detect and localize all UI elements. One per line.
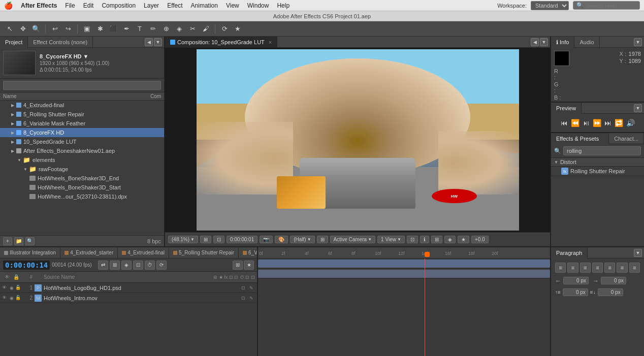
menu-edit[interactable]: Edit	[83, 2, 94, 9]
tl-btn-4[interactable]: ⊡	[133, 261, 143, 270]
menu-composition[interactable]: Composition	[102, 2, 136, 9]
tab-audio[interactable]: Audio	[574, 37, 599, 48]
search-btn[interactable]: 🔍	[25, 237, 35, 245]
layer-2-eye[interactable]: 👁	[2, 295, 8, 301]
color-picker-btn[interactable]: 🎨	[275, 236, 288, 243]
tab-paragraph[interactable]: Paragraph	[551, 247, 588, 258]
tool-orbit[interactable]: ⟳	[219, 23, 230, 35]
tool-scissors[interactable]: ✂	[187, 23, 198, 35]
tool-redo[interactable]: ↪	[62, 23, 74, 35]
apple-menu[interactable]: 🍎	[4, 2, 13, 10]
tool-eraser[interactable]: ◈	[174, 23, 185, 35]
layer-2-transform-btn[interactable]: ⊡	[240, 295, 247, 302]
tab-effects-presets[interactable]: Effects & Presets ×	[551, 133, 609, 144]
tl-right-btn-2[interactable]: ★	[244, 261, 254, 270]
project-search-input[interactable]	[3, 81, 161, 90]
menu-file[interactable]: File	[65, 2, 75, 9]
preview-prev-btn[interactable]: ⏪	[571, 119, 579, 127]
active-camera-btn[interactable]: Active Camera ▼	[330, 236, 376, 243]
effects-category-distort[interactable]: ▼ Distort	[551, 158, 644, 167]
tool-pen[interactable]: ✒	[121, 23, 132, 35]
time-display[interactable]: 0:00:00:14	[3, 261, 50, 270]
menu-help[interactable]: Help	[277, 2, 289, 9]
align-left-btn[interactable]: ≡	[555, 263, 566, 273]
tool-undo[interactable]: ↩	[49, 23, 60, 35]
tl-right-btn-1[interactable]: ⊞	[233, 261, 243, 270]
tab-illustrator[interactable]: Illustrator Integration	[0, 247, 60, 258]
tab-character[interactable]: Charact...	[609, 133, 644, 144]
list-item[interactable]: ▶ 5_Rolling Shutter Repair	[0, 110, 164, 119]
tl-btn-1[interactable]: ⇄	[98, 261, 108, 270]
menu-effect[interactable]: Effect	[167, 2, 182, 9]
justify-last-btn[interactable]: ≡	[617, 263, 627, 273]
transparency-btn[interactable]: ◈	[444, 236, 456, 243]
list-item-selected[interactable]: ▶ 8_CycoreFX HD	[0, 128, 164, 137]
preview-play-btn[interactable]: ⏯	[583, 119, 590, 127]
indent-before-field[interactable]	[563, 277, 589, 284]
comp-settings-btn[interactable]: ⊡	[407, 236, 418, 243]
tool-text[interactable]: T	[134, 23, 145, 35]
comp-collapse-btn[interactable]: ◀	[531, 38, 539, 46]
list-item[interactable]: ▶ 4_Extruded-final	[0, 101, 164, 110]
view-btn[interactable]: 1 View ▼	[377, 236, 405, 243]
comp-info-btn[interactable]: ℹ	[420, 236, 429, 243]
preview-audio-btn[interactable]: 🔊	[626, 119, 635, 127]
list-item[interactable]: HotWheels_BoneShaker3D_End	[0, 174, 164, 183]
tool-rect[interactable]: ▣	[81, 23, 92, 35]
tool-square[interactable]: ⬛	[108, 23, 119, 35]
tool-zoom[interactable]: 🔍	[30, 23, 42, 35]
tl-btn-3[interactable]: ◈	[121, 261, 132, 270]
layer-2-solo[interactable]: ◉	[10, 296, 14, 301]
info-menu-btn[interactable]: ▼	[634, 38, 642, 46]
tab-extruded-starter[interactable]: 4_Extruded_starter	[60, 247, 118, 258]
resolution-btn[interactable]: ⊞	[200, 236, 211, 243]
layer-2-anchor-btn[interactable]: ✎	[248, 295, 255, 302]
para-menu-btn[interactable]: ▼	[634, 249, 642, 257]
list-item[interactable]: ▼ 📁 elements	[0, 155, 164, 165]
menu-layer[interactable]: Layer	[144, 2, 159, 9]
snapshot-btn[interactable]: ⊡	[213, 236, 224, 243]
list-item[interactable]: ▶ 6_Variable Mask Feather	[0, 119, 164, 128]
menu-view[interactable]: View	[226, 2, 239, 9]
time-display[interactable]: 0:00:00:01	[227, 236, 257, 243]
import-btn[interactable]: +	[3, 237, 12, 245]
layer-row-1[interactable]: 👁 ◉ 🔓 1 P HotWheels_LogoBug_HD1.psd ⊡ ✎	[0, 283, 257, 293]
menu-animation[interactable]: Animation	[191, 2, 218, 9]
workspace-select[interactable]: Standard	[531, 1, 569, 10]
layer-1-transform-btn[interactable]: ⊡	[240, 284, 247, 292]
list-item[interactable]: ▶ 10_SpeedGrade LUT	[0, 137, 164, 146]
tab-extruded-final[interactable]: 4_Extruded-final	[118, 247, 169, 258]
align-center-btn[interactable]: ≡	[567, 263, 578, 273]
layer-1-lock[interactable]: 🔓	[15, 285, 21, 291]
list-item[interactable]: ▶ After Effects_BoneshakerNew01.aep	[0, 146, 164, 155]
tool-paint[interactable]: 🖌	[200, 23, 211, 35]
comp-menu-btn[interactable]: ▼	[540, 38, 548, 46]
panel-menu-btn[interactable]: ▼	[154, 38, 162, 46]
layer-row-2[interactable]: 👁 ◉ 🔓 2 M HotWheels_Intro.mov ⊡ ✎	[0, 293, 257, 303]
layer-1-anchor-btn[interactable]: ✎	[248, 284, 255, 292]
tab-effect-controls[interactable]: Effect Controls (none)	[28, 37, 93, 48]
indent-after-field[interactable]	[601, 277, 626, 284]
preview-menu-btn[interactable]: ▼	[634, 104, 642, 112]
effects-item-rolling-shutter[interactable]: fx Rolling Shutter Repair	[551, 167, 644, 176]
menu-window[interactable]: Window	[247, 2, 269, 9]
space-after-field[interactable]	[598, 288, 623, 296]
tl-btn-5[interactable]: ⏱	[145, 261, 155, 270]
quality-btn[interactable]: (Half) ▼	[290, 236, 314, 243]
tool-star[interactable]: ✱	[94, 23, 106, 35]
tool-3d[interactable]: ★	[232, 23, 243, 35]
comp-tab-speedgrade[interactable]: Composition: 10_SpeedGrade LUT ×	[165, 37, 277, 48]
list-item[interactable]: HotWhee...our_5(23710-23811).dpx	[0, 192, 164, 201]
tl-btn-6[interactable]: ⟳	[156, 261, 167, 270]
align-right-btn[interactable]: ≡	[580, 263, 591, 273]
list-item[interactable]: ▼ 📁 rawFootage	[0, 165, 164, 174]
folder-btn[interactable]: 📁	[14, 237, 23, 245]
offset-display[interactable]: +0.0	[471, 236, 489, 243]
preview-next-btn[interactable]: ⏩	[593, 119, 601, 127]
tl-btn-2[interactable]: ⊞	[110, 261, 120, 270]
tab-variable-mask[interactable]: 6_Variable Mask Feather	[239, 247, 257, 258]
layer-2-lock[interactable]: 🔓	[15, 295, 21, 301]
tab-info[interactable]: ℹ Info	[551, 37, 574, 48]
3d-btn[interactable]: ★	[458, 236, 469, 243]
comp-tab-close[interactable]: ×	[269, 37, 272, 48]
